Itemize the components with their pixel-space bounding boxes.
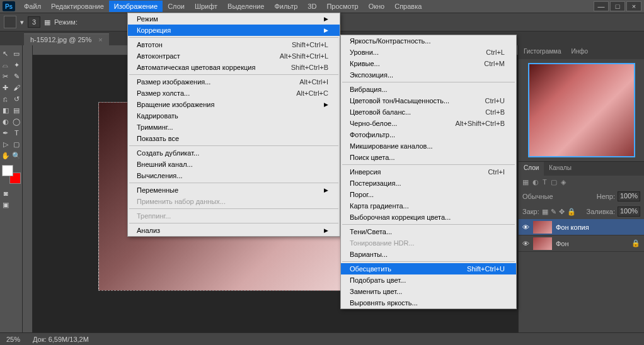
stamp-tool[interactable]: ⎌ [0,93,11,105]
menu-item[interactable]: Кадрировать [128,110,340,122]
menu-item[interactable]: Анализ▶ [128,225,340,236]
eye-icon[interactable]: 👁 [522,223,529,231]
panel-tab-layers[interactable]: Слои [519,162,544,176]
menu-слои[interactable]: Слои [163,1,190,12]
menu-item[interactable]: Создать дубликат... [128,147,340,159]
brush-preset-icon[interactable] [4,16,16,28]
menu-окно[interactable]: Окно [364,1,390,12]
menu-item[interactable]: Тримминг... [128,122,340,133]
brush-size-field[interactable]: 3 [28,16,40,28]
menu-фильтр[interactable]: Фильтр [269,1,302,12]
color-swatches[interactable] [2,165,21,184]
menu-item[interactable]: Черно-белое...Alt+Shift+Ctrl+B [341,118,516,129]
menu-просмотр[interactable]: Просмотр [321,1,363,12]
heal-tool[interactable]: ✚ [0,82,11,93]
screenmode-toggle[interactable]: ▣ [0,199,11,210]
crop-tool[interactable]: ✂ [0,71,11,82]
menu-item[interactable]: Цветовой тон/Насыщенность...Ctrl+U [341,95,516,106]
opacity-field[interactable]: 100% [618,191,640,201]
menu-item[interactable]: Переменные▶ [128,184,340,196]
menu-item[interactable]: Кривые...Ctrl+M [341,58,516,69]
blur-tool[interactable]: ◐ [0,116,11,127]
layer-row[interactable]: 👁Фон🔒 [519,235,644,252]
panel-tab-histogram[interactable]: Гистограмма [519,45,566,59]
eye-icon[interactable]: 👁 [522,240,529,247]
chevron-down-icon[interactable]: ▾ [20,18,24,26]
shape-tool[interactable]: ▢ [11,139,23,150]
menu-файл[interactable]: Файл [19,1,46,12]
quickmask-toggle[interactable]: ◙ [0,188,11,199]
menu-item[interactable]: Выборочная коррекция цвета... [341,212,516,223]
move-tool[interactable]: ↖ [0,48,11,59]
lock-pos-icon[interactable]: ✥ [559,208,565,216]
menu-item[interactable]: Выровнять яркость... [341,297,516,308]
menu-item[interactable]: Фотофильтр... [341,129,516,140]
menu-item[interactable]: Постеризация... [341,178,516,189]
zoom-tool[interactable]: 🔍 [11,150,23,161]
menu-выделение[interactable]: Выделение [222,1,269,12]
menu-item[interactable]: Показать все [128,133,340,144]
type-tool[interactable]: T [11,127,23,139]
window-maximize-button[interactable]: □ [610,1,625,11]
wand-tool[interactable]: ✦ [11,59,23,71]
menu-изображение[interactable]: Изображение [109,1,163,12]
menu-item[interactable]: Вычисления... [128,170,340,181]
marquee-tool[interactable]: ▭ [11,48,23,59]
filter-adjust-icon[interactable]: ◐ [532,178,539,186]
options-icon[interactable]: ▦ [44,18,50,26]
zoom-level[interactable]: 25% [6,336,20,343]
brush-tool[interactable]: 🖌 [11,82,23,93]
menu-item[interactable]: Автоматическая цветовая коррекцияShift+C… [128,62,340,73]
menu-item[interactable]: Порог... [341,189,516,200]
panel-tab-info[interactable]: Инфо [566,45,594,59]
navigator-thumbnail[interactable] [528,63,635,157]
menu-item[interactable]: Размер холста...Alt+Ctrl+C [128,88,340,99]
pen-tool[interactable]: ✒ [0,127,11,139]
lasso-tool[interactable]: ⌓ [0,59,11,71]
menu-item[interactable]: Цветовой баланс...Ctrl+B [341,106,516,118]
lock-trans-icon[interactable]: ▦ [542,208,548,216]
eyedropper-tool[interactable]: ✎ [11,71,23,82]
tab-close-icon[interactable]: × [98,36,102,43]
menu-item[interactable]: Уровни...Ctrl+L [341,47,516,58]
menu-item[interactable]: ИнверсияCtrl+I [341,166,516,178]
menu-item[interactable]: Вибрация... [341,84,516,95]
menu-справка[interactable]: Справка [389,1,427,12]
history-brush-tool[interactable]: ↺ [11,93,23,105]
lock-all-icon[interactable]: 🔒 [567,208,576,216]
menu-3d[interactable]: 3D [302,1,321,12]
menu-item[interactable]: Тени/Света... [341,226,516,237]
fill-field[interactable]: 100% [618,206,640,217]
menu-item[interactable]: Поиск цвета... [341,152,516,163]
gradient-tool[interactable]: ▤ [11,105,23,116]
menu-item[interactable]: Микширование каналов... [341,140,516,152]
panel-tab-channels[interactable]: Каналы [544,162,577,176]
menu-редактирование[interactable]: Редактирование [46,1,109,12]
menu-item[interactable]: Заменить цвет... [341,286,516,297]
menu-item[interactable]: ОбесцветитьShift+Ctrl+U [341,263,516,274]
menu-item[interactable]: Варианты... [341,249,516,260]
menu-item[interactable]: Коррекция▶ [128,25,340,36]
filter-pixel-icon[interactable]: ▦ [522,178,529,186]
eraser-tool[interactable]: ◧ [0,105,11,116]
menu-item[interactable]: Подобрать цвет... [341,274,516,286]
menu-item[interactable]: АвтотонShift+Ctrl+L [128,39,340,50]
window-close-button[interactable]: × [626,1,641,11]
lock-paint-icon[interactable]: ✎ [551,208,556,216]
filter-type-icon[interactable]: T [543,178,547,186]
filter-smart-icon[interactable]: ◈ [561,178,566,186]
menu-item[interactable]: Карта градиента... [341,200,516,212]
menu-шрифт[interactable]: Шрифт [190,1,222,12]
menu-item[interactable]: Яркость/Контрастность... [341,35,516,47]
menu-item[interactable]: АвтоконтрастAlt+Shift+Ctrl+L [128,50,340,62]
document-tab[interactable]: h-15912.jpg @ 25% × [24,33,109,45]
filter-shape-icon[interactable]: ▢ [551,178,557,186]
path-tool[interactable]: ▷ [0,139,11,150]
layer-row[interactable]: 👁Фон копия [519,219,644,235]
dodge-tool[interactable]: ◯ [11,116,23,127]
menu-item[interactable]: Размер изображения...Alt+Ctrl+I [128,76,340,88]
menu-item[interactable]: Экспозиция... [341,69,516,81]
menu-item[interactable]: Внешний канал... [128,159,340,170]
hand-tool[interactable]: ✋ [0,150,11,161]
menu-item[interactable]: Вращение изображения▶ [128,99,340,110]
